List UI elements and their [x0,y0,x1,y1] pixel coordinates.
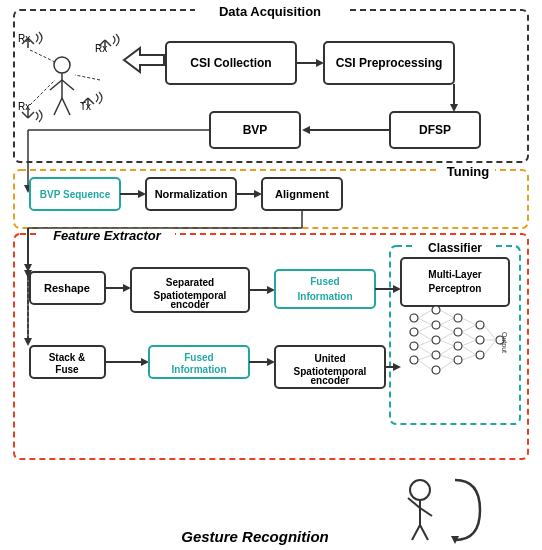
svg-marker-61 [123,284,131,292]
svg-point-89 [454,342,462,350]
svg-line-125 [420,525,428,540]
alignment-box: Alignment [275,188,329,200]
svg-rect-3 [440,164,495,180]
svg-line-104 [440,318,454,325]
svg-point-80 [410,342,418,350]
svg-marker-58 [24,338,32,346]
svg-line-21 [22,112,28,118]
svg-point-94 [496,336,504,344]
separated-spatiotemporal-box3: encoder [171,299,210,310]
svg-line-19 [75,75,100,80]
svg-rect-36 [390,112,480,148]
svg-rect-7 [415,240,493,256]
svg-line-96 [418,318,432,325]
svg-line-13 [50,80,62,90]
fused-information-bottom-box2: Information [172,364,227,375]
svg-line-110 [440,360,454,370]
united-spatiotemporal-box: United [314,353,345,364]
svg-line-99 [418,340,432,346]
svg-point-93 [476,351,484,359]
svg-line-117 [484,325,496,340]
svg-rect-4 [14,234,528,459]
svg-rect-33 [324,42,454,84]
svg-rect-43 [30,178,120,210]
bvp-box: BVP [243,123,268,137]
svg-marker-51 [24,270,32,278]
label-feature-extractor: Feature Extractor [53,228,162,243]
svg-line-109 [440,355,454,360]
mlp-box-label: Multi-Layer [428,269,481,280]
svg-rect-1 [195,4,347,20]
svg-line-122 [408,498,420,508]
svg-rect-46 [146,178,236,210]
svg-rect-39 [210,112,300,148]
svg-marker-64 [267,286,275,294]
svg-marker-67 [393,285,401,293]
output-label: Output [500,332,508,353]
stack-fuse-box2: Fuse [55,364,79,375]
svg-line-102 [418,360,432,370]
svg-point-92 [476,336,484,344]
svg-marker-45 [138,190,146,198]
svg-point-11 [54,57,70,73]
svg-marker-35 [450,104,458,112]
svg-line-111 [462,318,476,325]
svg-marker-56 [24,264,32,272]
svg-line-107 [440,340,454,346]
svg-line-98 [418,332,432,340]
svg-line-95 [418,310,432,318]
svg-marker-76 [393,363,401,371]
svg-line-15 [54,98,62,115]
svg-line-108 [440,346,454,355]
svg-rect-74 [275,346,385,388]
united-spatiotemporal-box3: encoder [311,375,350,386]
rx-label-bottom: Rx [18,101,30,112]
svg-point-90 [454,356,462,364]
svg-line-119 [484,340,496,355]
svg-line-116 [462,355,476,360]
svg-marker-73 [267,358,275,366]
svg-marker-42 [24,185,32,193]
svg-rect-65 [275,270,375,308]
svg-point-79 [410,328,418,336]
svg-point-82 [432,306,440,314]
svg-rect-62 [131,268,249,312]
svg-line-100 [418,346,432,355]
svg-line-101 [418,355,432,360]
svg-point-88 [454,328,462,336]
label-classifier: Classifier [428,241,482,255]
svg-line-25 [88,98,94,104]
fused-information-top-box: Fused [310,276,339,287]
svg-point-120 [410,480,430,500]
svg-line-17 [30,50,55,62]
svg-rect-0 [14,10,528,162]
svg-point-81 [410,356,418,364]
csi-collection-box: CSI Collection [190,56,271,70]
svg-line-124 [412,525,420,540]
svg-rect-6 [390,246,520,424]
svg-marker-29 [124,48,164,72]
svg-marker-70 [141,358,149,366]
svg-line-115 [462,346,476,355]
svg-marker-32 [316,59,324,67]
svg-line-14 [62,80,74,90]
svg-line-16 [62,98,70,115]
svg-rect-71 [149,346,249,378]
svg-point-85 [432,351,440,359]
svg-line-114 [462,340,476,346]
csi-preprocessing-box: CSI Preprocessing [336,56,443,70]
rx-label-top: Rx [18,33,30,44]
svg-rect-49 [262,178,342,210]
svg-rect-2 [14,170,528,228]
stack-fuse-box: Stack & [49,352,86,363]
reshape-box: Reshape [44,282,90,294]
svg-rect-5 [40,228,175,244]
svg-line-105 [440,325,454,332]
svg-marker-126 [451,536,459,544]
svg-rect-77 [401,258,509,306]
dfsp-box: DFSP [419,123,451,137]
svg-point-91 [476,321,484,329]
svg-marker-48 [254,190,262,198]
svg-point-86 [432,366,440,374]
diagram-container: Data Acquisition Tuning Feature Extracto… [0,0,542,550]
